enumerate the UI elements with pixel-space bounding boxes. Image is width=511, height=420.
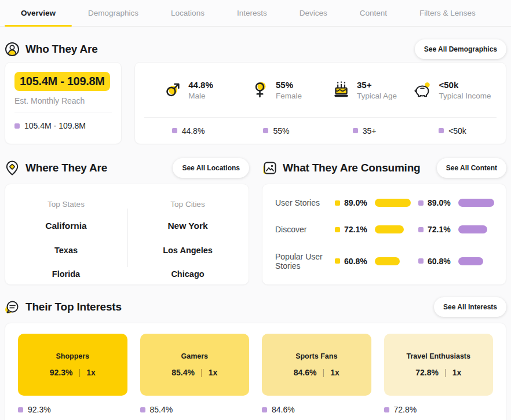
purple-bar bbox=[458, 225, 487, 233]
purple-legend-swatch bbox=[353, 128, 358, 133]
row-label: Popular User Stories bbox=[275, 252, 331, 271]
legend-value: 84.6% bbox=[272, 405, 295, 414]
purple-legend-swatch bbox=[14, 123, 20, 129]
legend-value: 44.8% bbox=[182, 126, 205, 136]
tab-interests[interactable]: Interests bbox=[221, 0, 283, 26]
section-title: What They Are Consuming bbox=[283, 162, 420, 174]
tab-label: Demographics bbox=[88, 9, 138, 17]
divider bbox=[14, 112, 112, 112]
interest-multiplier: 1x bbox=[209, 368, 218, 377]
interest-card-gamers: Gamers 85.4% | 1x bbox=[140, 334, 250, 396]
female-icon bbox=[251, 81, 269, 99]
interest-value: 84.6% bbox=[294, 368, 317, 377]
tab-demographics[interactable]: Demographics bbox=[72, 0, 155, 26]
interest-card-shoppers: Shoppers 92.3% | 1x bbox=[18, 334, 127, 396]
value-separator: | bbox=[444, 368, 447, 377]
legend-value: 55% bbox=[273, 126, 289, 136]
value-separator: | bbox=[322, 368, 324, 377]
tab-locations[interactable]: Locations bbox=[155, 0, 221, 26]
stat-label: Male bbox=[188, 92, 213, 100]
metric-value: 60.8% bbox=[344, 257, 371, 266]
top-interests-header: Their Top Interests See All Interests bbox=[0, 297, 511, 317]
consuming-row-discover: Discover 72.1% 72.1% bbox=[275, 225, 506, 234]
tab-label: Content bbox=[360, 9, 387, 17]
location-pin-icon bbox=[5, 160, 20, 176]
tab-content[interactable]: Content bbox=[344, 0, 403, 26]
legend-value: 72.8% bbox=[394, 405, 417, 414]
see-all-interests-button[interactable]: See All Interests bbox=[434, 297, 506, 317]
purple-legend-swatch bbox=[262, 407, 267, 412]
consuming-row-popular-user-stories: Popular User Stories 60.8% 60.8% bbox=[275, 252, 506, 271]
yellow-legend-swatch bbox=[335, 200, 340, 206]
interest-card-travel-enthusiasts: Travel Enthusiasts 72.8% | 1x bbox=[384, 334, 494, 396]
see-all-content-button[interactable]: See All Content bbox=[437, 158, 506, 178]
stat-value: <50k bbox=[439, 80, 491, 90]
piggy-bank-icon bbox=[414, 81, 432, 99]
locations-card: Top States California Texas Florida Top … bbox=[5, 184, 249, 285]
metric-value: 72.1% bbox=[428, 225, 454, 234]
content-image-icon bbox=[262, 160, 277, 176]
city-item: Chicago bbox=[127, 269, 249, 279]
city-item: Los Angeles bbox=[127, 246, 249, 255]
legend-value: 92.3% bbox=[28, 405, 51, 414]
reach-value: 105.4M - 109.8M bbox=[14, 72, 110, 91]
purple-legend-swatch bbox=[140, 407, 145, 412]
value-separator: | bbox=[200, 368, 203, 377]
age-legend: 35+ bbox=[320, 126, 408, 136]
purple-legend-swatch bbox=[439, 128, 444, 133]
stat-typical-age: 35+ Typical Age bbox=[320, 80, 408, 100]
interest-multiplier: 1x bbox=[86, 368, 96, 377]
male-legend: 44.8% bbox=[144, 126, 232, 136]
top-states-header: Top States bbox=[5, 200, 127, 209]
yellow-legend-swatch bbox=[335, 227, 340, 232]
interest-value-line: 72.8% | 1x bbox=[415, 368, 461, 377]
metric-value: 60.8% bbox=[428, 257, 454, 266]
see-all-demographics-button[interactable]: See All Demographics bbox=[415, 39, 506, 59]
income-legend: <50k bbox=[408, 126, 497, 136]
top-cities-header: Top Cities bbox=[127, 200, 249, 209]
shoppers-legend: 92.3% bbox=[18, 405, 127, 414]
purple-bar bbox=[458, 199, 494, 207]
interest-multiplier: 1x bbox=[452, 368, 462, 377]
value-separator: | bbox=[78, 368, 81, 377]
stat-label: Typical Income bbox=[439, 92, 491, 100]
vertical-divider bbox=[127, 209, 127, 267]
reach-legend: 105.4M - 109.8M bbox=[14, 121, 112, 130]
tab-filters-lenses[interactable]: Filters & Lenses bbox=[403, 0, 492, 26]
stat-value: 35+ bbox=[357, 80, 397, 90]
row-label: Discover bbox=[275, 225, 331, 234]
interest-card-sports-fans: Sports Fans 84.6% | 1x bbox=[262, 334, 371, 396]
metric-value: 89.0% bbox=[428, 198, 454, 207]
birthday-cake-icon bbox=[332, 81, 351, 99]
stat-value: 44.8% bbox=[188, 80, 213, 90]
city-item: New York bbox=[127, 221, 249, 231]
interest-value-line: 92.3% | 1x bbox=[50, 368, 96, 377]
tab-bar: Overview Demographics Locations Interest… bbox=[0, 0, 511, 27]
legend-value: <50k bbox=[448, 126, 466, 136]
interest-name: Travel Enthusiasts bbox=[407, 352, 470, 360]
state-item: Florida bbox=[5, 269, 127, 279]
top-states-column: Top States California Texas Florida bbox=[5, 190, 127, 284]
section-title: Who They Are bbox=[25, 43, 98, 56]
see-all-locations-button[interactable]: See All Locations bbox=[173, 158, 249, 178]
gamers-legend: 85.4% bbox=[140, 405, 250, 414]
tab-overview[interactable]: Overview bbox=[5, 0, 72, 26]
reach-label: Est. Monthly Reach bbox=[14, 96, 112, 105]
male-icon bbox=[163, 81, 182, 99]
reach-legend-value: 105.4M - 109.8M bbox=[24, 121, 86, 130]
interest-value: 85.4% bbox=[171, 368, 195, 377]
section-title: Their Top Interests bbox=[25, 301, 122, 313]
legend-value: 35+ bbox=[363, 126, 377, 136]
stat-male: 44.8% Male bbox=[144, 80, 232, 100]
active-tab-underline bbox=[5, 25, 72, 27]
interest-value-line: 84.6% | 1x bbox=[294, 368, 340, 377]
tab-devices[interactable]: Devices bbox=[283, 0, 344, 26]
purple-bar bbox=[458, 257, 483, 265]
metric-value: 89.0% bbox=[344, 198, 371, 207]
purple-legend-swatch bbox=[418, 258, 424, 264]
female-legend: 55% bbox=[232, 126, 320, 136]
yellow-bar bbox=[375, 199, 411, 207]
interest-value: 92.3% bbox=[50, 368, 73, 377]
stat-label: Typical Age bbox=[357, 92, 397, 100]
stat-typical-income: <50k Typical Income bbox=[408, 80, 497, 100]
